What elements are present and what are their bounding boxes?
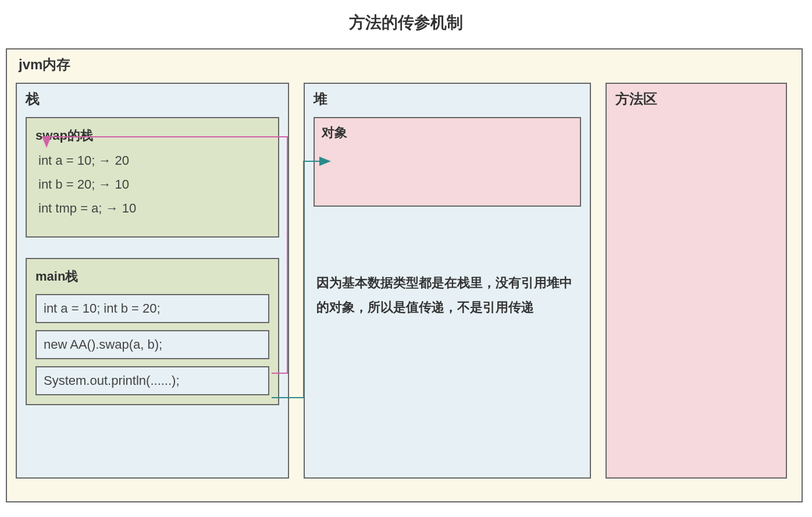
stack-label: 栈: [26, 90, 279, 108]
stack-section: 栈 swap的栈 int a = 10; → 20 int b = 20; → …: [16, 83, 289, 479]
heap-label: 堆: [314, 90, 582, 108]
jvm-memory-container: jvm内存 栈 swap的栈 int a = 10; → 20 int b = …: [6, 48, 803, 502]
memory-sections: 栈 swap的栈 int a = 10; → 20 int b = 20; → …: [16, 83, 787, 479]
main-frame-label: main栈: [35, 268, 269, 285]
swap-line-2: int b = 20; → 10: [35, 177, 269, 192]
swap-frame-label: swap的栈: [35, 127, 269, 144]
swap-line-1: int a = 10; → 20: [35, 153, 269, 168]
main-line-2: new AA().swap(a, b);: [35, 330, 269, 359]
swap-line-3: int tmp = a; → 10: [35, 201, 269, 216]
page-title: 方法的传参机制: [6, 12, 806, 34]
main-line-1: int a = 10; int b = 20;: [35, 294, 269, 323]
jvm-label: jvm内存: [16, 55, 787, 74]
method-area-label: 方法区: [615, 90, 777, 108]
main-line-3: System.out.println(......);: [35, 366, 269, 395]
object-label: 对象: [322, 124, 574, 141]
heap-explanation: 因为基本数据类型都是在栈里，没有引用堆中的对象，所以是值传递，不是引用传递: [314, 271, 582, 320]
heap-object-box: 对象: [314, 117, 582, 207]
swap-stack-frame: swap的栈 int a = 10; → 20 int b = 20; → 10…: [26, 117, 279, 238]
method-area-section: 方法区: [606, 83, 787, 479]
main-stack-frame: main栈 int a = 10; int b = 20; new AA().s…: [26, 258, 279, 405]
heap-section: 堆 对象 因为基本数据类型都是在栈里，没有引用堆中的对象，所以是值传递，不是引用…: [304, 83, 592, 479]
